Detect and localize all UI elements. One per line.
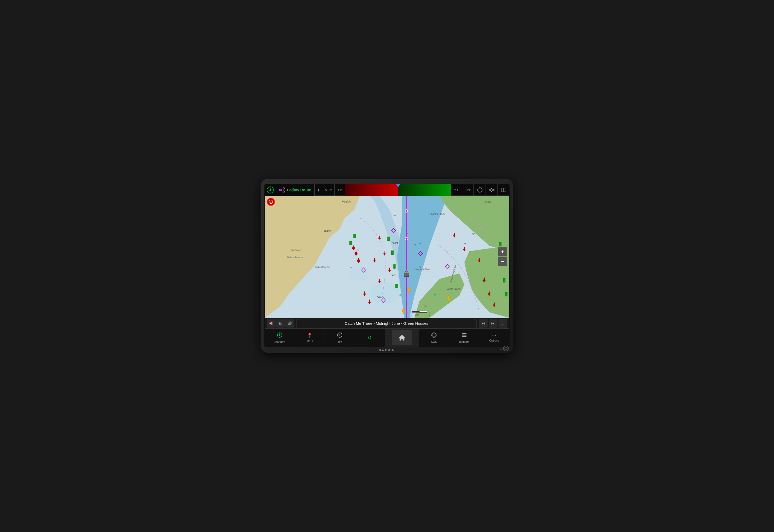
svg-text:↑: ↑ xyxy=(429,311,430,314)
svg-text:+: + xyxy=(469,250,471,253)
gps-position-btn[interactable] xyxy=(267,198,275,206)
heading-1right-label: 1°> xyxy=(453,188,458,192)
heading-1right-btn[interactable]: 1°> xyxy=(451,184,461,196)
brand-label: GARMIN xyxy=(379,349,395,352)
map-svg: 2₁ 1₁ 9 5 9 6₁ 2 Virginia Little Branch … xyxy=(265,196,509,318)
next-track-icon: ⏭ xyxy=(491,321,495,325)
info-nav-icon: i xyxy=(337,332,343,338)
info-label: Info xyxy=(338,340,342,343)
svg-text:Virginia: Virginia xyxy=(342,200,351,203)
svg-text:9: 9 xyxy=(414,243,416,246)
svg-point-13 xyxy=(493,189,494,190)
vol-down-icon: 🔉 xyxy=(278,321,283,325)
status-dot xyxy=(500,349,501,350)
svg-rect-42 xyxy=(393,264,396,268)
gps-icon xyxy=(269,199,273,204)
heading-less10-label: <10° xyxy=(325,188,332,192)
sos-btn[interactable]: SOS xyxy=(419,329,449,347)
toolbars-nav-icon xyxy=(461,332,467,338)
svg-text:+: + xyxy=(397,242,399,245)
media-track-display: Catch Me There - Midnight June - Green H… xyxy=(298,319,475,327)
zoom-out-btn[interactable]: − xyxy=(498,257,507,266)
zoom-controls: + − xyxy=(498,247,507,266)
refresh-btn[interactable] xyxy=(474,184,485,196)
heading-less1-label: <1° xyxy=(337,188,342,192)
home-btn[interactable] xyxy=(385,329,419,347)
media-bar: 🔇 🔉 🔊 Catch Me There - Midnight June - G… xyxy=(265,318,509,329)
svg-marker-108 xyxy=(270,200,272,203)
svg-text:"59A": "59A" xyxy=(377,296,383,298)
next-track-btn[interactable]: ⏭ xyxy=(489,319,497,328)
expand-panels-btn[interactable] xyxy=(497,184,509,196)
svg-point-28 xyxy=(405,210,408,212)
svg-text:Shanks Creek: Shanks Creek xyxy=(429,213,445,216)
prev-track-btn[interactable]: ⏮ xyxy=(479,319,488,328)
compass-bg-right xyxy=(398,184,451,196)
share-icon xyxy=(489,187,494,193)
svg-rect-55 xyxy=(499,242,501,246)
home-icon xyxy=(398,334,406,342)
heading-less1-btn[interactable]: <1° xyxy=(335,184,345,196)
svg-point-2 xyxy=(280,189,281,191)
bottom-navigation: Standby 📍 Mark i Info ↺ xyxy=(265,329,509,347)
svg-rect-102 xyxy=(350,242,352,245)
svg-point-7 xyxy=(477,188,482,192)
info-btn[interactable]: i Info xyxy=(325,329,355,347)
svg-line-6 xyxy=(281,190,283,191)
fullscreen-media-btn[interactable]: ⛶ xyxy=(498,319,507,328)
gps-nav-icon-btn[interactable] xyxy=(265,184,276,196)
compass-bar: 330 340 350 N 010 020 0 xyxy=(345,184,450,196)
svg-point-15 xyxy=(491,191,492,192)
sos-label: SOS xyxy=(431,340,437,343)
sos-nav-icon xyxy=(431,332,437,338)
svg-point-4 xyxy=(283,191,285,192)
svg-point-29 xyxy=(405,237,408,240)
svg-text:+: + xyxy=(414,236,416,239)
media-playback-controls: ⏮ ⏭ ⛶ xyxy=(476,319,509,328)
svg-text:6₁: 6₁ xyxy=(424,304,427,307)
expand-panels-icon xyxy=(501,187,506,193)
home-icon-btn[interactable] xyxy=(392,330,412,345)
svg-text:3km: 3km xyxy=(415,314,419,317)
options-icon: ··· xyxy=(492,333,497,338)
options-btn[interactable]: ··· Options xyxy=(479,329,509,347)
toolbars-btn[interactable]: Toolbars xyxy=(449,329,479,347)
svg-rect-41 xyxy=(391,251,393,254)
mark-btn[interactable]: 📍 Mark xyxy=(295,329,325,347)
vol-up-btn[interactable]: 🔊 xyxy=(285,319,294,328)
heading-10right-label: 10°> xyxy=(464,188,471,192)
svg-rect-31 xyxy=(404,273,409,277)
svg-point-3 xyxy=(283,188,285,189)
fullscreen-media-icon: ⛶ xyxy=(501,322,504,325)
garmin-device: Follow Route ↑ <10° <1° 330 xyxy=(261,179,513,353)
svg-point-12 xyxy=(489,189,490,190)
compass-bg-left xyxy=(345,184,398,196)
svg-text:Entry Prohibited: Entry Prohibited xyxy=(414,268,430,271)
heading-up-btn[interactable]: ↑ xyxy=(315,184,322,196)
vol-down-btn[interactable]: 🔉 xyxy=(276,319,285,328)
svg-point-14 xyxy=(491,188,492,189)
standby-icon xyxy=(277,332,283,339)
follow-route-btn[interactable]: Follow Route xyxy=(276,184,315,196)
standby-label: Standby xyxy=(275,340,285,343)
heading-10right-btn[interactable]: 10°> xyxy=(461,184,474,196)
svg-text:i: i xyxy=(339,333,340,337)
svg-marker-1 xyxy=(269,187,272,191)
active-btn[interactable]: ↺ xyxy=(355,329,385,347)
svg-text:Johns: Johns xyxy=(484,200,491,203)
power-btn[interactable] xyxy=(503,346,509,351)
map-area[interactable]: 2₁ 1₁ 9 5 9 6₁ 2 Virginia Little Branch … xyxy=(265,196,509,318)
svg-text:+: + xyxy=(464,242,466,245)
svg-text:+: + xyxy=(415,254,417,257)
share-btn[interactable] xyxy=(485,184,497,196)
route-share-icon xyxy=(279,187,285,193)
standby-btn[interactable]: Standby xyxy=(265,329,295,347)
svg-point-115 xyxy=(433,334,435,336)
heading-less10-btn[interactable]: <10° xyxy=(322,184,335,196)
svg-rect-103 xyxy=(353,235,356,238)
svg-text:+: + xyxy=(407,232,408,235)
svg-text:1₁: 1₁ xyxy=(350,266,352,269)
zoom-in-btn[interactable]: + xyxy=(498,247,507,256)
svg-text:Nature Reserve: Nature Reserve xyxy=(287,256,303,259)
mute-btn[interactable]: 🔇 xyxy=(267,319,276,328)
